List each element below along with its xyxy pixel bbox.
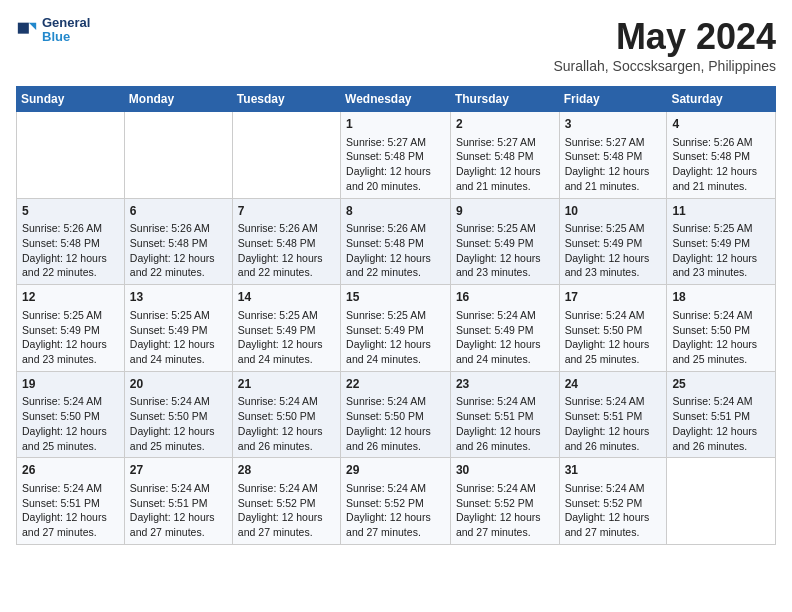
calendar-cell: 16Sunrise: 5:24 AMSunset: 5:49 PMDayligh…	[450, 285, 559, 372]
day-info: Sunrise: 5:25 AM	[565, 221, 662, 236]
calendar-cell	[124, 112, 232, 199]
day-number: 22	[346, 376, 445, 393]
calendar-cell: 14Sunrise: 5:25 AMSunset: 5:49 PMDayligh…	[232, 285, 340, 372]
day-info: Daylight: 12 hours	[346, 251, 445, 266]
day-info: Daylight: 12 hours	[346, 164, 445, 179]
calendar-cell: 31Sunrise: 5:24 AMSunset: 5:52 PMDayligh…	[559, 458, 667, 545]
day-info: Sunrise: 5:27 AM	[456, 135, 554, 150]
day-info: Sunrise: 5:24 AM	[238, 481, 335, 496]
day-info: and 21 minutes.	[565, 179, 662, 194]
day-info: Daylight: 12 hours	[565, 164, 662, 179]
day-info: Daylight: 12 hours	[238, 251, 335, 266]
day-info: Sunset: 5:52 PM	[346, 496, 445, 511]
day-number: 26	[22, 462, 119, 479]
weekday-header-tuesday: Tuesday	[232, 87, 340, 112]
day-info: Sunset: 5:50 PM	[565, 323, 662, 338]
day-number: 13	[130, 289, 227, 306]
day-info: Sunset: 5:50 PM	[238, 409, 335, 424]
day-number: 17	[565, 289, 662, 306]
day-info: Sunset: 5:52 PM	[238, 496, 335, 511]
day-number: 12	[22, 289, 119, 306]
day-number: 20	[130, 376, 227, 393]
day-info: Daylight: 12 hours	[22, 337, 119, 352]
day-info: Sunset: 5:48 PM	[346, 236, 445, 251]
day-number: 29	[346, 462, 445, 479]
calendar-cell: 8Sunrise: 5:26 AMSunset: 5:48 PMDaylight…	[341, 198, 451, 285]
day-number: 1	[346, 116, 445, 133]
day-info: Sunset: 5:50 PM	[672, 323, 770, 338]
day-info: Sunrise: 5:25 AM	[130, 308, 227, 323]
weekday-header-row: SundayMondayTuesdayWednesdayThursdayFrid…	[17, 87, 776, 112]
day-info: and 20 minutes.	[346, 179, 445, 194]
day-number: 30	[456, 462, 554, 479]
weekday-header-saturday: Saturday	[667, 87, 776, 112]
day-info: Daylight: 12 hours	[456, 510, 554, 525]
day-info: Sunset: 5:52 PM	[565, 496, 662, 511]
day-info: Daylight: 12 hours	[672, 251, 770, 266]
day-info: Daylight: 12 hours	[130, 251, 227, 266]
day-info: Sunset: 5:48 PM	[672, 149, 770, 164]
day-number: 23	[456, 376, 554, 393]
day-number: 28	[238, 462, 335, 479]
day-info: Daylight: 12 hours	[456, 164, 554, 179]
day-info: Sunset: 5:52 PM	[456, 496, 554, 511]
day-info: Sunset: 5:49 PM	[130, 323, 227, 338]
calendar-cell: 24Sunrise: 5:24 AMSunset: 5:51 PMDayligh…	[559, 371, 667, 458]
day-info: Sunrise: 5:25 AM	[456, 221, 554, 236]
day-info: and 27 minutes.	[565, 525, 662, 540]
day-number: 16	[456, 289, 554, 306]
svg-marker-0	[29, 23, 36, 30]
day-info: Sunrise: 5:24 AM	[346, 481, 445, 496]
day-info: Sunset: 5:49 PM	[565, 236, 662, 251]
day-info: Sunset: 5:49 PM	[22, 323, 119, 338]
day-info: Sunset: 5:48 PM	[346, 149, 445, 164]
logo-line2: Blue	[42, 30, 90, 44]
location-subtitle: Surallah, Soccsksargen, Philippines	[553, 58, 776, 74]
day-info: Daylight: 12 hours	[22, 251, 119, 266]
day-info: Sunset: 5:51 PM	[456, 409, 554, 424]
day-info: Sunset: 5:48 PM	[130, 236, 227, 251]
day-info: Sunrise: 5:24 AM	[456, 394, 554, 409]
day-info: and 23 minutes.	[672, 265, 770, 280]
logo-icon	[16, 19, 38, 41]
weekday-header-monday: Monday	[124, 87, 232, 112]
day-info: Daylight: 12 hours	[238, 510, 335, 525]
day-info: and 21 minutes.	[672, 179, 770, 194]
day-info: and 26 minutes.	[238, 439, 335, 454]
day-number: 25	[672, 376, 770, 393]
day-info: Daylight: 12 hours	[346, 424, 445, 439]
day-number: 6	[130, 203, 227, 220]
day-info: Sunset: 5:48 PM	[456, 149, 554, 164]
day-info: and 27 minutes.	[238, 525, 335, 540]
logo-line1: General	[42, 16, 90, 30]
day-info: Sunrise: 5:26 AM	[130, 221, 227, 236]
day-info: Sunset: 5:51 PM	[130, 496, 227, 511]
day-number: 24	[565, 376, 662, 393]
day-info: Sunset: 5:49 PM	[346, 323, 445, 338]
day-number: 19	[22, 376, 119, 393]
svg-rect-1	[18, 23, 29, 34]
day-info: and 22 minutes.	[346, 265, 445, 280]
day-info: and 27 minutes.	[456, 525, 554, 540]
day-info: and 22 minutes.	[22, 265, 119, 280]
day-info: Sunrise: 5:25 AM	[238, 308, 335, 323]
day-info: and 23 minutes.	[565, 265, 662, 280]
day-info: Sunset: 5:48 PM	[565, 149, 662, 164]
weekday-header-thursday: Thursday	[450, 87, 559, 112]
day-info: Daylight: 12 hours	[346, 510, 445, 525]
day-info: and 26 minutes.	[565, 439, 662, 454]
day-number: 3	[565, 116, 662, 133]
week-row-4: 19Sunrise: 5:24 AMSunset: 5:50 PMDayligh…	[17, 371, 776, 458]
day-info: Sunset: 5:51 PM	[672, 409, 770, 424]
calendar-cell	[667, 458, 776, 545]
calendar-cell: 7Sunrise: 5:26 AMSunset: 5:48 PMDaylight…	[232, 198, 340, 285]
day-info: Sunset: 5:48 PM	[22, 236, 119, 251]
day-info: Sunset: 5:48 PM	[238, 236, 335, 251]
calendar-cell: 17Sunrise: 5:24 AMSunset: 5:50 PMDayligh…	[559, 285, 667, 372]
day-info: Sunset: 5:51 PM	[22, 496, 119, 511]
day-info: Daylight: 12 hours	[22, 424, 119, 439]
week-row-1: 1Sunrise: 5:27 AMSunset: 5:48 PMDaylight…	[17, 112, 776, 199]
day-info: Daylight: 12 hours	[456, 424, 554, 439]
weekday-header-sunday: Sunday	[17, 87, 125, 112]
day-info: Sunrise: 5:26 AM	[346, 221, 445, 236]
